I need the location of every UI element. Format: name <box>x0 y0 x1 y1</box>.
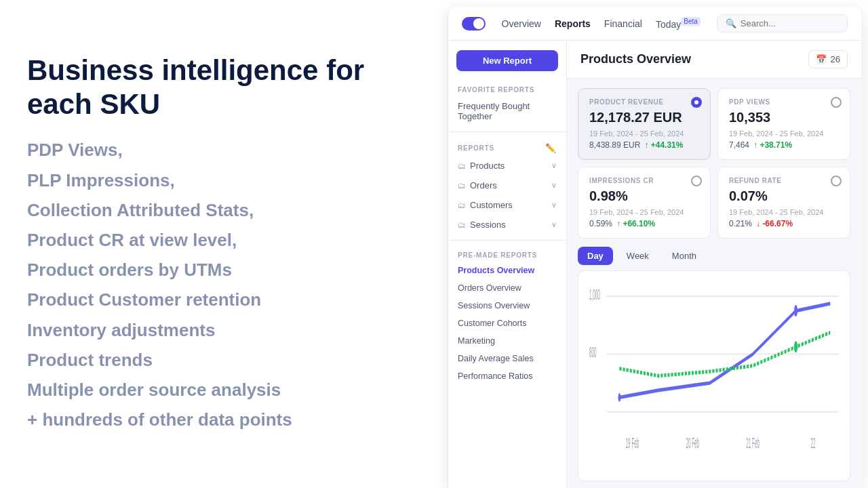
chevron-icon: ∨ <box>551 181 557 190</box>
calendar-date: 26 <box>831 54 840 64</box>
hero-list-item: + hundreds of other data points <box>27 405 420 434</box>
metric-card-pdp-views[interactable]: PDP VIEWS 10,353 19 Feb, 2024 - 25 Feb, … <box>717 88 850 160</box>
svg-text:1,000: 1,000 <box>589 287 600 302</box>
page-title: Products Overview <box>580 52 691 66</box>
hero-list-item: Inventory adjustments <box>27 315 420 345</box>
hero-list-item: PLP Impressions, <box>27 165 420 195</box>
chevron-icon: ∨ <box>551 161 557 170</box>
sidebar-divider <box>448 131 566 132</box>
sidebar-item-sessions[interactable]: 🗂 Sessions ∨ <box>448 215 566 235</box>
metric-label: REFUND RATE <box>729 177 839 184</box>
hero-list-item: Product orders by UTMs <box>27 255 420 285</box>
chevron-icon: ∨ <box>551 220 557 229</box>
metric-value: 12,178.27 EUR <box>589 110 699 125</box>
hero-title: Business intelligence for each SKU <box>27 54 420 122</box>
metric-date: 19 Feb, 2024 - 25 Feb, 2024 <box>589 129 699 138</box>
sidebar-item-customer-cohorts[interactable]: Customer Cohorts <box>448 314 566 332</box>
metric-radio[interactable] <box>691 97 702 108</box>
app-panel: Overview Reports Financial TodayBeta 🔍 N… <box>448 7 861 488</box>
metric-value: 0.07% <box>729 188 839 204</box>
nav-links: Overview Reports Financial TodayBeta <box>502 18 701 30</box>
metric-change-up: +66.10% <box>616 219 655 228</box>
arrow-up-icon <box>616 219 620 228</box>
folder-icon: 🗂 <box>458 201 466 210</box>
nav-financial[interactable]: Financial <box>604 18 642 29</box>
chart-area: 1,000 800 19 Feb 20 Feb 21 Feb 22 <box>567 270 861 488</box>
metric-card-product-revenue[interactable]: PRODUCT REVENUE 12,178.27 EUR 19 Feb, 20… <box>578 88 711 160</box>
metric-label: IMPRESSIONS CR <box>589 177 699 184</box>
search-input[interactable] <box>741 18 839 28</box>
sidebar-item-marketing[interactable]: Marketing <box>448 332 566 350</box>
arrow-up-icon <box>644 140 648 150</box>
nav-overview[interactable]: Overview <box>502 18 541 29</box>
sidebar-favorites-label: FAVORITE REPORTS <box>448 81 566 96</box>
top-nav: Overview Reports Financial TodayBeta 🔍 <box>448 7 861 41</box>
metric-date: 19 Feb, 2024 - 25 Feb, 2024 <box>729 208 839 216</box>
sidebar-item-products[interactable]: 🗂 Products ∨ <box>448 156 566 176</box>
nav-reports[interactable]: Reports <box>555 18 591 29</box>
svg-text:22: 22 <box>810 435 815 451</box>
time-btn-week[interactable]: Week <box>617 247 658 265</box>
new-report-button[interactable]: New Report <box>456 50 558 71</box>
folder-icon: 🗂 <box>458 220 466 230</box>
time-btn-day[interactable]: Day <box>578 247 613 265</box>
metric-value: 0.98% <box>589 188 699 204</box>
search-icon: 🔍 <box>726 18 736 28</box>
hero-list: PDP Views, PLP Impressions, Collection A… <box>27 135 420 434</box>
chart-svg: 1,000 800 19 Feb 20 Feb 21 Feb 22 <box>589 282 839 470</box>
calendar-button[interactable]: 📅 26 <box>808 50 848 68</box>
nav-toggle[interactable] <box>462 17 486 30</box>
metric-card-impressions-cr[interactable]: IMPRESSIONS CR 0.98% 19 Feb, 2024 - 25 F… <box>578 167 711 239</box>
hero-list-item: Product CR at view level, <box>27 225 420 255</box>
svg-text:800: 800 <box>589 344 597 360</box>
metric-change-up: +38.71% <box>753 140 792 150</box>
sidebar-item-products-overview[interactable]: Products Overview <box>448 262 566 279</box>
calendar-icon: 📅 <box>816 54 827 64</box>
svg-point-9 <box>618 393 621 402</box>
sidebar-item-orders[interactable]: 🗂 Orders ∨ <box>448 176 566 195</box>
metric-label: PRODUCT REVENUE <box>589 98 699 106</box>
metric-compare: 0.21% -66.67% <box>729 219 839 228</box>
metric-radio[interactable] <box>831 97 842 108</box>
metric-date: 19 Feb, 2024 - 25 Feb, 2024 <box>729 129 839 138</box>
metric-radio[interactable] <box>691 176 702 186</box>
svg-point-10 <box>794 305 797 317</box>
folder-icon: 🗂 <box>458 181 466 190</box>
metric-date: 19 Feb, 2024 - 25 Feb, 2024 <box>589 208 699 216</box>
svg-text:21 Feb: 21 Feb <box>746 435 760 451</box>
content-panel: Products Overview 📅 26 PRODUCT REVENUE 1… <box>567 41 861 488</box>
metric-compare-value: 7,464 <box>729 140 749 150</box>
time-btn-month[interactable]: Month <box>663 247 706 265</box>
metric-label: PDP VIEWS <box>729 98 839 106</box>
chart-container: 1,000 800 19 Feb 20 Feb 21 Feb 22 <box>578 270 850 481</box>
nav-today[interactable]: TodayBeta <box>656 18 701 30</box>
beta-badge: Beta <box>681 17 701 26</box>
sidebar-item-customers[interactable]: 🗂 Customers ∨ <box>448 195 566 215</box>
metric-radio[interactable] <box>831 176 842 186</box>
sidebar-item-frequently-bought[interactable]: Frequently Bought Together <box>448 96 566 126</box>
metric-compare: 8,438.89 EUR +44.31% <box>589 140 699 150</box>
edit-icon: ✏️ <box>545 143 557 153</box>
hero-list-item: Multiple order source analysis <box>27 375 420 405</box>
arrow-down-icon <box>756 219 760 228</box>
metric-compare-value: 8,438.89 EUR <box>589 140 640 150</box>
svg-point-11 <box>794 341 797 352</box>
sidebar-item-performance-ratios[interactable]: Performance Ratios <box>448 367 566 385</box>
metric-compare-value: 0.59% <box>589 219 612 228</box>
sidebar-divider <box>448 240 566 241</box>
left-panel: Business intelligence for each SKU PDP V… <box>0 0 448 488</box>
metric-compare: 0.59% +66.10% <box>589 219 699 228</box>
metric-value: 10,353 <box>729 110 839 125</box>
hero-list-item: Product trends <box>27 345 420 375</box>
svg-text:20 Feb: 20 Feb <box>686 435 699 451</box>
metric-change-up: +44.31% <box>644 140 683 150</box>
search-box[interactable]: 🔍 <box>717 14 848 33</box>
sidebar: New Report FAVORITE REPORTS Frequently B… <box>448 41 567 488</box>
sidebar-item-daily-average-sales[interactable]: Daily Average Sales <box>448 350 566 367</box>
metric-card-refund-rate[interactable]: REFUND RATE 0.07% 19 Feb, 2024 - 25 Feb,… <box>717 167 850 239</box>
sidebar-item-orders-overview[interactable]: Orders Overview <box>448 279 566 297</box>
chevron-icon: ∨ <box>551 201 557 209</box>
sidebar-item-sessions-overview[interactable]: Sessions Overview <box>448 297 566 314</box>
hero-list-item: Product Customer retention <box>27 285 420 314</box>
time-toggle: Day Week Month <box>567 239 861 270</box>
